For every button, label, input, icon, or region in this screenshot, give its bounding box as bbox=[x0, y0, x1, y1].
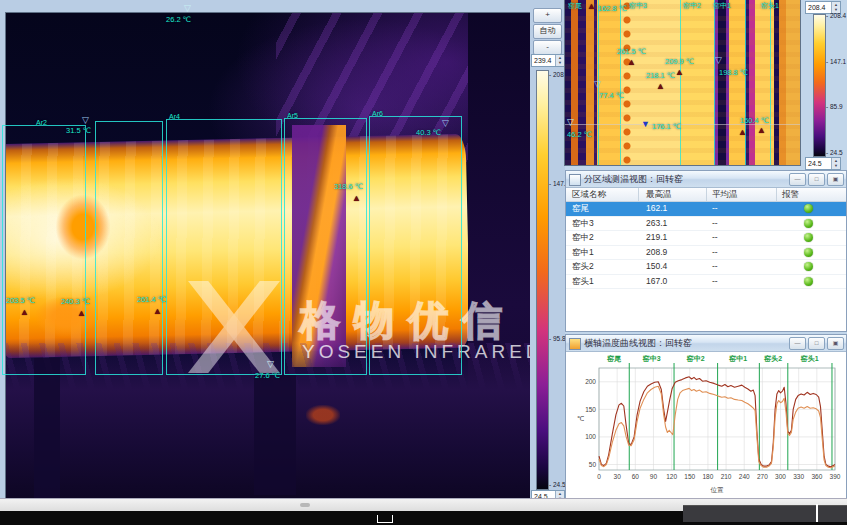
hot-spot bbox=[56, 195, 110, 259]
app-window: 格物优信 YOSEEN INFRARED Ar2Ar4Ar5Ar6▽26.2 ℃… bbox=[0, 0, 847, 525]
panel-window-button[interactable]: □ bbox=[808, 173, 825, 186]
column-divider bbox=[706, 188, 707, 201]
svg-text:360: 360 bbox=[811, 473, 822, 480]
colorbar-tick-label: - 208.4 bbox=[826, 12, 846, 19]
svg-text:120: 120 bbox=[666, 473, 677, 480]
main-colorbar bbox=[536, 70, 549, 490]
table-row[interactable]: 窑中3263.1-- bbox=[566, 217, 846, 232]
alarm-status-dot bbox=[804, 233, 813, 242]
avg-temp-cell: -- bbox=[712, 202, 718, 216]
avg-temp-cell: -- bbox=[712, 275, 718, 289]
svg-text:150: 150 bbox=[585, 406, 596, 413]
column-divider bbox=[638, 188, 639, 201]
svg-text:窑中1: 窑中1 bbox=[728, 354, 747, 362]
text-cursor bbox=[816, 504, 818, 522]
yoseen-logo-icon bbox=[188, 281, 280, 373]
max-temp-cell: 162.1 bbox=[646, 202, 667, 216]
watermark-english: YOSEEN INFRARED bbox=[302, 341, 530, 363]
watermark-chinese: 格物优信 bbox=[300, 293, 516, 348]
table-row[interactable]: 窑头2150.4-- bbox=[566, 260, 846, 275]
hot-spot bbox=[34, 296, 98, 338]
panel-window-button[interactable]: ▣ bbox=[827, 173, 844, 186]
alarm-status-dot bbox=[804, 248, 813, 257]
chart-panel-titlebar: 横轴温度曲线视图：回转窑 —□▣ bbox=[566, 335, 846, 352]
panel-window-button[interactable]: — bbox=[789, 173, 806, 186]
region-name-cell: 窑中3 bbox=[572, 217, 594, 231]
spinner-arrows-icon[interactable]: ▲▼ bbox=[555, 55, 564, 66]
table-panel-title: 分区域测温视图：回转窑 bbox=[584, 174, 683, 184]
max-temp-cell: 167.0 bbox=[646, 275, 667, 289]
zoom-in-button[interactable]: + bbox=[533, 8, 562, 23]
region-name-cell: 窑尾 bbox=[572, 202, 589, 216]
auto-scale-button[interactable]: 自动 bbox=[533, 24, 562, 39]
strip-scale-max-value: 208.4 bbox=[808, 4, 826, 11]
table-column-header[interactable]: 平均温 bbox=[712, 188, 738, 201]
table-panel-titlebar: 分区域测温视图：回转窑 —□▣ bbox=[566, 171, 846, 188]
scale-max-value: 239.4 bbox=[534, 57, 552, 64]
table-body: 窑尾162.1--窑中3263.1--窑中2219.1--窑中1208.9--窑… bbox=[566, 202, 846, 289]
region-table-panel: 分区域测温视图：回转窑 —□▣ 区域名称最高温平均温报警 窑尾162.1--窑中… bbox=[565, 170, 847, 332]
svg-text:100: 100 bbox=[585, 433, 596, 440]
table-row[interactable]: 窑头1167.0-- bbox=[566, 275, 846, 290]
strip-scale-min-spinner[interactable]: 24.5▲▼ bbox=[805, 157, 841, 170]
svg-text:位置: 位置 bbox=[711, 486, 725, 493]
hot-spot bbox=[306, 405, 340, 425]
scrollbar-thumb[interactable] bbox=[300, 503, 310, 507]
avg-temp-cell: -- bbox=[712, 246, 718, 260]
table-column-header[interactable]: 区域名称 bbox=[572, 188, 606, 201]
max-temp-cell: 150.4 bbox=[646, 260, 667, 274]
svg-text:240: 240 bbox=[739, 473, 750, 480]
svg-text:330: 330 bbox=[793, 473, 804, 480]
strip-colorbar bbox=[813, 14, 826, 157]
thermal-image-strip[interactable] bbox=[565, 0, 800, 165]
main-colorbar-toolbar: + 自动 - 239.4▲▼ - 208- 147.1- 95.8- 24.5 … bbox=[530, 0, 565, 505]
svg-text:窑尾: 窑尾 bbox=[606, 354, 621, 363]
colorbar-tick-label: - 85.9 bbox=[826, 103, 843, 110]
avg-temp-cell: -- bbox=[712, 217, 718, 231]
table-panel-buttons: —□▣ bbox=[789, 173, 844, 186]
avg-temp-cell: -- bbox=[712, 231, 718, 245]
panel-window-button[interactable]: — bbox=[789, 337, 806, 350]
colorbar-tick-label: - 24.5 bbox=[549, 481, 566, 488]
chart-panel-title: 横轴温度曲线视图：回转窑 bbox=[584, 338, 692, 348]
table-column-header[interactable]: 报警 bbox=[782, 188, 799, 201]
panel-window-button[interactable]: □ bbox=[808, 337, 825, 350]
colorbar-tick-label: - 95.8 bbox=[549, 335, 566, 342]
table-column-header[interactable]: 最高温 bbox=[646, 188, 672, 201]
strip-colorbar-ticks: - 208.4- 147.1- 85.9- 24.5 bbox=[826, 14, 846, 155]
svg-text:窑中2: 窑中2 bbox=[686, 354, 705, 362]
kiln-support-shadow bbox=[34, 358, 60, 498]
spinner-arrows-icon[interactable]: ▲▼ bbox=[831, 2, 840, 13]
svg-text:窑头2: 窑头2 bbox=[763, 354, 782, 363]
spinner-arrows-icon[interactable]: ▲▼ bbox=[831, 158, 840, 169]
svg-text:150: 150 bbox=[684, 473, 695, 480]
svg-text:60: 60 bbox=[632, 473, 640, 480]
svg-text:200: 200 bbox=[585, 378, 596, 385]
avg-temp-cell: -- bbox=[712, 260, 718, 274]
scale-max-spinner[interactable]: 239.4▲▼ bbox=[531, 54, 565, 67]
svg-text:90: 90 bbox=[650, 473, 658, 480]
alarm-status-dot bbox=[804, 277, 813, 286]
kiln-support-shadow bbox=[254, 375, 296, 495]
max-temp-cell: 263.1 bbox=[646, 217, 667, 231]
zoom-out-button[interactable]: - bbox=[533, 40, 562, 55]
table-row[interactable]: 窑中2219.1-- bbox=[566, 231, 846, 246]
marker-triangle-icon: ▽ bbox=[184, 4, 191, 13]
panel-window-button[interactable]: ▣ bbox=[827, 337, 844, 350]
region-divider-line bbox=[620, 0, 621, 165]
strip-scale-min-value: 24.5 bbox=[808, 160, 822, 167]
alarm-status-dot bbox=[804, 204, 813, 213]
table-row[interactable]: 窑尾162.1-- bbox=[566, 202, 846, 217]
tray-bracket-icon bbox=[377, 515, 393, 523]
region-divider-line bbox=[714, 0, 715, 165]
taskbar-fragment[interactable] bbox=[683, 505, 847, 522]
region-divider-line bbox=[770, 0, 771, 165]
table-row[interactable]: 窑中1208.9-- bbox=[566, 246, 846, 261]
svg-text:窑中3: 窑中3 bbox=[642, 354, 661, 362]
column-divider bbox=[776, 188, 777, 201]
temperature-curve-chart[interactable]: 0306090120150180210240270300330360390501… bbox=[569, 352, 843, 506]
region-name-cell: 窑头2 bbox=[572, 260, 594, 274]
svg-text:℃: ℃ bbox=[577, 415, 584, 422]
thermal-image-main[interactable]: 格物优信 YOSEEN INFRARED bbox=[6, 13, 530, 498]
scan-line bbox=[565, 124, 800, 125]
